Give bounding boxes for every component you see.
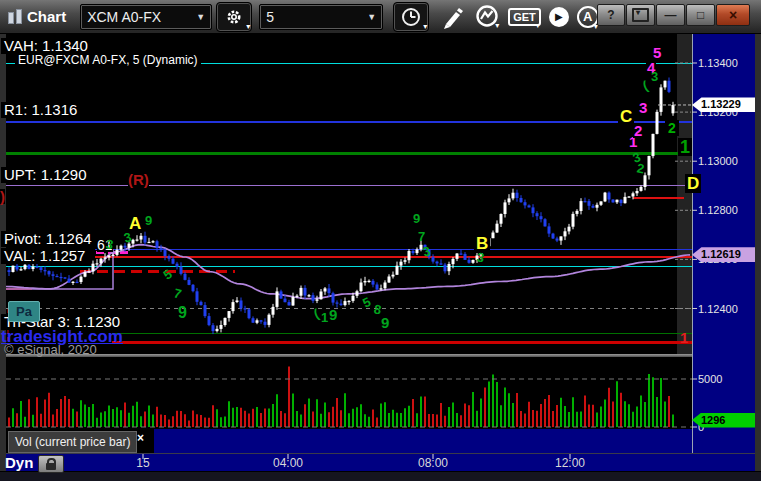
interval-dropdown[interactable]: 5 ▼ [259, 4, 383, 30]
close-icon: × [729, 7, 737, 23]
price-axis[interactable] [692, 33, 755, 471]
tab-row: Vol (current price bar) × [6, 429, 692, 453]
help-button[interactable]: ? [597, 4, 625, 26]
gear-icon [224, 7, 244, 27]
chevron-down-icon: ▾ [423, 23, 427, 31]
popout-button[interactable] [626, 4, 655, 26]
help-icon: ? [607, 8, 614, 22]
line-study-button[interactable]: ▾ [474, 4, 500, 30]
chevron-down-icon: ▼ [186, 12, 205, 22]
close-button[interactable]: × [716, 4, 750, 26]
settings-gear-button[interactable]: ▾ [216, 2, 252, 32]
chart-window-icon [8, 9, 22, 24]
time-template-button[interactable]: ▾ [393, 2, 429, 32]
interval-dropdown-value: 5 [266, 9, 274, 25]
chevron-down-icon: ▾ [495, 22, 499, 30]
volume-pane[interactable] [6, 357, 692, 429]
titlebar[interactable]: Chart XCM A0-FX ▼ ▾ 5 ▼ [0, 0, 761, 34]
chevron-down-icon: ▾ [246, 23, 250, 31]
chevron-down-icon: ▼ [357, 12, 376, 22]
symbol-dropdown[interactable]: XCM A0-FX ▼ [80, 4, 212, 30]
annotation-text-button[interactable]: A ▾ [577, 6, 599, 28]
maximize-icon: □ [697, 8, 704, 22]
wave-label-): ) [0, 189, 5, 204]
price-pane[interactable] [6, 33, 692, 354]
pencil-icon [440, 4, 466, 30]
axis-border [692, 33, 693, 453]
tab-strip: Vol (current price bar) × [6, 429, 154, 453]
right-margin-strip [677, 33, 692, 354]
time-axis[interactable] [6, 453, 755, 472]
minimize-button[interactable]: — [656, 4, 685, 26]
tab-close-icon[interactable]: × [137, 431, 144, 445]
play-replay-button[interactable]: ▶ [549, 7, 569, 27]
volume-tab-label: Vol (current price bar) [15, 435, 130, 449]
maximize-button[interactable]: □ [686, 4, 715, 26]
volume-study-tab[interactable]: Vol (current price bar) [8, 431, 137, 453]
window-bottom-frame [0, 471, 761, 481]
chevron-down-icon: ▾ [536, 22, 540, 30]
window-title: Chart [27, 8, 66, 25]
get-data-button[interactable]: GET ▾ [508, 8, 541, 26]
symbol-dropdown-value: XCM A0-FX [87, 9, 161, 25]
minimize-icon: — [665, 8, 677, 22]
chart-window: Vol (current price bar) × VAH: 1.1340EUR… [0, 0, 761, 481]
clock-icon [400, 6, 422, 28]
play-icon: ▶ [549, 7, 569, 27]
draw-tool-button[interactable] [440, 4, 466, 30]
popout-icon [632, 8, 649, 22]
